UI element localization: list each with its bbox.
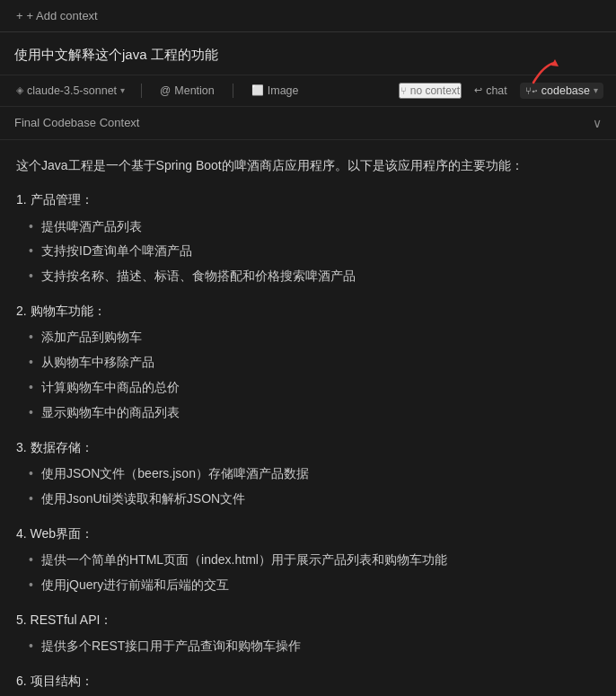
section-2: 2. 购物车功能： 添加产品到购物车 从购物车中移除产品 计算购物车中商品的总价… [16, 300, 600, 424]
section-3: 3. 数据存储： 使用JSON文件（beers.json）存储啤酒产品数据 使用… [16, 436, 600, 510]
fork-icon: ⑂ [400, 85, 407, 96]
section-4-bullets: 提供一个简单的HTML页面（index.html）用于展示产品列表和购物车功能 … [16, 550, 600, 596]
codebase-section-title: Final Codebase Context [14, 116, 139, 129]
section-4: 4. Web界面： 提供一个简单的HTML页面（index.html）用于展示产… [16, 523, 600, 596]
content-area: 这个Java工程是一个基于Spring Boot的啤酒商店应用程序。以下是该应用… [0, 140, 616, 697]
toolbar-divider [141, 84, 142, 98]
list-item: 提供多个REST接口用于产品查询和购物车操作 [16, 636, 600, 657]
list-item: 提供一个简单的HTML页面（index.html）用于展示产品列表和购物车功能 [16, 550, 600, 571]
list-item: 使用JsonUtil类读取和解析JSON文件 [16, 489, 600, 510]
expand-button[interactable]: ∨ [593, 116, 602, 130]
list-item: 显示购物车中的商品列表 [16, 402, 600, 424]
list-item: 使用jQuery进行前端和后端的交互 [16, 575, 600, 596]
section-1-bullets: 提供啤酒产品列表 支持按ID查询单个啤酒产品 支持按名称、描述、标语、食物搭配和… [16, 216, 600, 287]
section-5-title: 5. RESTful API： [16, 609, 600, 631]
section-2-title: 2. 购物车功能： [16, 300, 600, 322]
mention-button[interactable]: @ Mention [154, 83, 220, 99]
mention-icon: @ [160, 84, 171, 97]
list-item: 支持按ID查询单个啤酒产品 [16, 241, 600, 262]
chat-label: chat [486, 84, 507, 97]
list-item: 使用JSON文件（beers.json）存储啤酒产品数据 [16, 463, 600, 485]
model-caret-icon: ▾ [120, 85, 125, 95]
toolbar: ◈ claude-3.5-sonnet ▾ @ Mention ⬜ Image … [0, 75, 616, 107]
list-item: 计算购物车中商品的总价 [16, 377, 600, 399]
codebase-section-header: Final Codebase Context ∨ [0, 107, 616, 140]
codebase-label: codebase [541, 84, 590, 97]
codebase-button[interactable]: ⑂↩ codebase ▾ [520, 83, 603, 99]
model-name: claude-3.5-sonnet [27, 84, 117, 97]
chat-button[interactable]: ↩ chat [469, 83, 513, 99]
section-2-bullets: 添加产品到购物车 从购物车中移除产品 计算购物车中商品的总价 显示购物车中的商品… [16, 327, 600, 423]
model-selector[interactable]: ◈ claude-3.5-sonnet ▾ [13, 83, 128, 99]
section-4-title: 4. Web界面： [16, 523, 600, 545]
section-3-bullets: 使用JSON文件（beers.json）存储啤酒产品数据 使用JsonUtil类… [16, 463, 600, 510]
plus-icon: + [16, 9, 23, 22]
codebase-caret-icon: ▾ [594, 85, 598, 95]
intro-text: 这个Java工程是一个基于Spring Boot的啤酒商店应用程序。以下是该应用… [16, 154, 600, 177]
section-1-title: 1. 产品管理： [16, 189, 600, 211]
codebase-icon: ⑂↩ [525, 85, 538, 96]
toolbar-left: ◈ claude-3.5-sonnet ▾ @ Mention ⬜ Image [13, 83, 399, 99]
section-3-title: 3. 数据存储： [16, 436, 600, 459]
section-1: 1. 产品管理： 提供啤酒产品列表 支持按ID查询单个啤酒产品 支持按名称、描述… [16, 189, 600, 287]
section-6-title: 6. 项目结构： [16, 670, 600, 692]
image-label: Image [268, 84, 299, 97]
list-item: 支持按名称、描述、标语、食物搭配和价格搜索啤酒产品 [16, 266, 600, 287]
no-context-button[interactable]: ⑂ no context [399, 83, 462, 99]
toolbar-divider-2 [233, 84, 233, 98]
image-icon: ⬜ [251, 84, 264, 96]
section-5-bullets: 提供多个REST接口用于产品查询和购物车操作 [16, 636, 600, 657]
model-icon: ◈ [16, 84, 23, 96]
section-6: 6. 项目结构： 使用Maven进行项目管理和依赖控制 [16, 670, 600, 696]
add-context-button[interactable]: + + Add context [11, 7, 103, 24]
prompt-area: 使用中文解释这个java 工程的功能 [0, 32, 616, 75]
no-context-label: no context [410, 84, 460, 97]
mention-label: Mention [174, 84, 214, 97]
list-item: 从购物车中移除产品 [16, 352, 600, 374]
list-item: 添加产品到购物车 [16, 327, 600, 348]
section-5: 5. RESTful API： 提供多个REST接口用于产品查询和购物车操作 [16, 609, 600, 657]
prompt-text: 使用中文解释这个java 工程的功能 [14, 45, 602, 66]
top-bar: + + Add context [0, 0, 616, 32]
toolbar-right: ⑂ no context ↩ chat ⑂↩ codebase ▾ [399, 83, 603, 99]
chat-icon: ↩ [474, 84, 482, 96]
add-context-label: + Add context [27, 9, 98, 22]
list-item: 提供啤酒产品列表 [16, 216, 600, 238]
image-button[interactable]: ⬜ Image [246, 83, 304, 99]
